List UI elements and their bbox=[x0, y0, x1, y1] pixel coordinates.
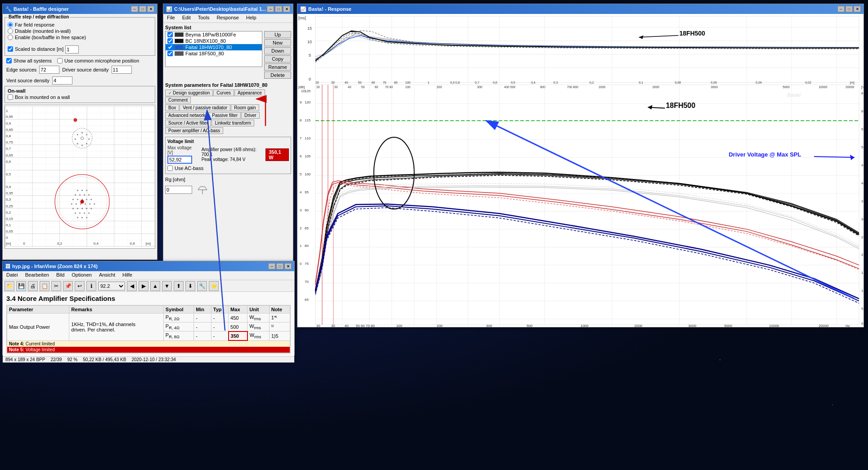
irfan-menu-ansicht[interactable]: Ansicht bbox=[95, 272, 119, 279]
toolbar-star-icon[interactable]: ⭐ bbox=[209, 281, 219, 291]
response-minimize-btn[interactable]: ─ bbox=[837, 6, 845, 12]
toolbar-nav-up-icon[interactable]: ▲ bbox=[150, 281, 160, 291]
faital-f-check[interactable] bbox=[167, 51, 173, 56]
use-ac-bass-checkbox[interactable] bbox=[167, 166, 173, 171]
cell-symbol-2: PR, 4Ω bbox=[163, 322, 193, 331]
irfan-title-bar[interactable]: 🖼 hyp.jpg - IrfanView (Zoom 824 x 174) ─… bbox=[3, 261, 294, 271]
system-row-faital-f[interactable]: Faital 18F500_80 bbox=[166, 50, 262, 57]
tab-source-active[interactable]: Source / Active filter bbox=[165, 120, 211, 126]
bc-check[interactable] bbox=[167, 38, 173, 44]
svg-text:0,8: 0,8 bbox=[6, 134, 11, 138]
zoom-select[interactable]: 92.2 100 50 bbox=[98, 282, 125, 291]
toolbar-paste-icon[interactable]: 📌 bbox=[63, 281, 73, 291]
toolbar-cut-icon[interactable]: ✂ bbox=[51, 281, 61, 291]
tab-driver[interactable]: Driver bbox=[241, 112, 260, 119]
tab-room-gain[interactable]: Room gain bbox=[231, 104, 259, 111]
response-maximize-btn[interactable]: □ bbox=[846, 6, 853, 12]
toolbar-open-icon[interactable]: 📁 bbox=[4, 281, 14, 291]
max-voltage-input[interactable] bbox=[167, 156, 192, 164]
far-field-radio[interactable] bbox=[8, 22, 13, 27]
tab-passive-filter[interactable]: Passive filter bbox=[209, 112, 241, 119]
toolbar-undo-icon[interactable]: ↩ bbox=[75, 281, 85, 291]
voltage-limit-label: Voltage limit bbox=[167, 139, 289, 144]
irfan-menu-hilfe[interactable]: Hilfe bbox=[119, 272, 136, 279]
response-title-bar[interactable]: 📈 Basta! - Response ─ □ ✕ bbox=[297, 4, 864, 14]
peter-maximize-btn[interactable]: □ bbox=[275, 6, 282, 12]
status-date: 2020-12-10 / 23:32:34 bbox=[131, 357, 175, 362]
menu-tools[interactable]: Tools bbox=[194, 14, 213, 22]
toolbar-nav-up2-icon[interactable]: ⬆ bbox=[174, 281, 184, 291]
minimize-btn[interactable]: ─ bbox=[131, 6, 138, 12]
edge-sources-input[interactable] bbox=[39, 66, 59, 74]
scaled-input[interactable] bbox=[65, 45, 79, 54]
menu-help[interactable]: Help bbox=[243, 14, 260, 22]
maximize-btn[interactable]: □ bbox=[139, 6, 146, 12]
cell-symbol-3: PR, 8Ω bbox=[163, 331, 193, 340]
up-btn[interactable]: Up bbox=[264, 31, 291, 38]
baffle-title-bar[interactable]: 🔧 Basta! - Baffle designer ─ □ ✕ bbox=[3, 4, 157, 14]
menu-edit[interactable]: Edit bbox=[179, 14, 194, 22]
peter-title-bar[interactable]: 📊 C:\Users\Peter\Desktop\basta\Faital 1.… bbox=[163, 4, 293, 14]
toolbar-nav-down2-icon[interactable]: ⬇ bbox=[185, 281, 195, 291]
system-row-beyma[interactable]: Beyma 18Pw/B1000Fe bbox=[166, 31, 262, 38]
tab-vent[interactable]: Vent / passive radiator bbox=[180, 104, 230, 111]
irfan-menu-bild[interactable]: Bild bbox=[53, 272, 68, 279]
toolbar-nav-down-icon[interactable]: ▼ bbox=[162, 281, 172, 291]
toolbar-info-icon[interactable]: ℹ bbox=[86, 281, 96, 291]
new-btn[interactable]: New bbox=[264, 39, 291, 46]
down-btn[interactable]: Down bbox=[264, 47, 291, 54]
toolbar-nav-right-icon[interactable]: ▶ bbox=[139, 281, 148, 291]
response-close-btn[interactable]: ✕ bbox=[854, 6, 861, 12]
toolbar-copy-icon[interactable]: 📋 bbox=[40, 281, 49, 291]
tab-appearance[interactable]: Appearance bbox=[234, 90, 265, 96]
svg-point-36 bbox=[75, 139, 76, 140]
system-row-faital-hw[interactable]: Faital 18HW1070_80 bbox=[166, 44, 262, 50]
show-all-checkbox[interactable] bbox=[6, 58, 12, 63]
tab-linkwitz[interactable]: Linkwitz transform bbox=[211, 120, 254, 126]
close-btn[interactable]: ✕ bbox=[147, 6, 154, 12]
use-common-mic-checkbox[interactable] bbox=[57, 58, 63, 63]
irfan-menu-bearbeiten[interactable]: Bearbeiten bbox=[22, 272, 53, 279]
peter-minimize-btn[interactable]: ─ bbox=[267, 6, 274, 12]
mounted-checkbox[interactable] bbox=[8, 94, 13, 100]
irfan-menu-datei[interactable]: Datei bbox=[3, 272, 22, 279]
system-list-box[interactable]: Beyma 18Pw/B1000Fe BC 18NBX100_80 Faital… bbox=[165, 31, 262, 67]
tab-label-appearance: Appearance bbox=[238, 90, 262, 95]
system-row-bc[interactable]: BC 18NBX100_80 bbox=[166, 38, 262, 44]
rename-btn[interactable]: Rename bbox=[264, 63, 291, 71]
beyma-check[interactable] bbox=[167, 32, 173, 37]
faital-hw-check[interactable] bbox=[167, 45, 173, 50]
toolbar-save-icon[interactable]: 💾 bbox=[16, 281, 26, 291]
svg-point-35 bbox=[77, 143, 78, 144]
irfan-minimize-btn[interactable]: ─ bbox=[268, 263, 275, 269]
tab-comment[interactable]: Comment bbox=[165, 97, 191, 103]
svg-text:0,02: 0,02 bbox=[805, 81, 811, 84]
system-list-section: System list Beyma 18Pw/B1000Fe BC 18NBX1… bbox=[163, 23, 293, 81]
irfan-maximize-btn[interactable]: □ bbox=[276, 263, 283, 269]
menu-response[interactable]: Response bbox=[213, 14, 243, 22]
tab-advanced-network[interactable]: Advanced network bbox=[165, 112, 208, 119]
table-row-1: Max Output Power 1KHz, THD=1%, All chann… bbox=[7, 313, 290, 322]
irfan-close-btn[interactable]: ✕ bbox=[284, 263, 292, 269]
driver-density-input[interactable] bbox=[112, 66, 132, 74]
copy-btn[interactable]: Copy bbox=[264, 55, 291, 63]
tab-power-amp[interactable]: Power amplifier / AC-bass bbox=[165, 127, 223, 134]
rg-input[interactable] bbox=[165, 186, 192, 194]
menu-file[interactable]: File bbox=[163, 14, 179, 22]
scaled-checkbox[interactable] bbox=[8, 46, 13, 52]
tab-box[interactable]: Box bbox=[165, 104, 179, 111]
toolbar-print-icon[interactable]: 🖨 bbox=[28, 281, 38, 291]
tab-design-suggestion[interactable]: ✓ Design suggestion bbox=[165, 90, 213, 96]
toolbar-nav-left-icon[interactable]: ◀ bbox=[127, 281, 137, 291]
tab-curves[interactable]: Curves bbox=[213, 90, 234, 96]
irfan-toolbar: 📁 💾 🖨 📋 ✂ 📌 ↩ ℹ 92.2 100 50 ◀ ▶ ▲ ▼ ⬆ ⬇ … bbox=[3, 280, 294, 292]
disable-radio[interactable] bbox=[8, 28, 13, 34]
enable-box-radio[interactable] bbox=[8, 35, 13, 40]
peter-close-btn[interactable]: ✕ bbox=[283, 6, 290, 12]
irfan-menu-optionen[interactable]: Optionen bbox=[68, 272, 95, 279]
col-max: Max bbox=[229, 306, 247, 313]
delete-btn[interactable]: Delete bbox=[264, 72, 291, 79]
toolbar-wrench-icon[interactable]: 🔧 bbox=[197, 281, 207, 291]
beyma-color bbox=[175, 32, 184, 37]
vent-density-input[interactable] bbox=[52, 76, 72, 85]
